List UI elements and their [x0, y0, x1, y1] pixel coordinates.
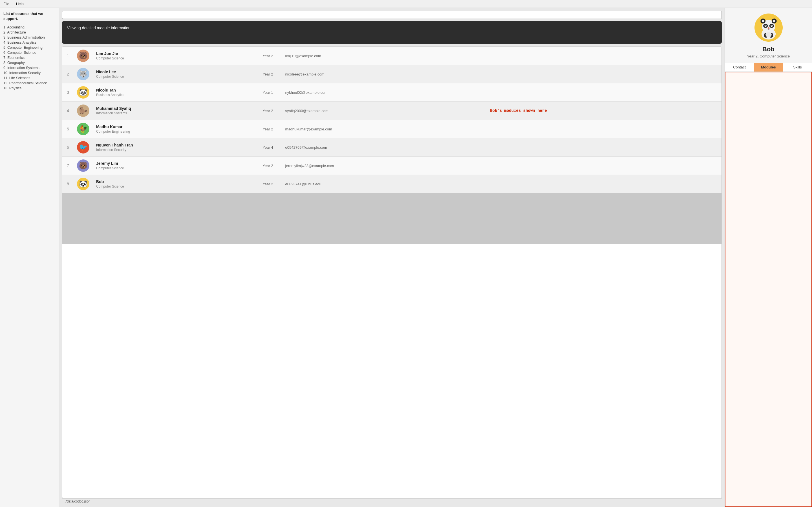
- svg-point-15: [765, 32, 772, 37]
- student-avatar-cell: 🐺: [73, 65, 93, 83]
- svg-point-5: [773, 20, 775, 22]
- panda-icon: [756, 15, 781, 40]
- table-row[interactable]: 1🐻Lim Jun JieComputer ScienceYear 2limjj…: [62, 47, 721, 65]
- student-course: Computer Science: [96, 75, 256, 78]
- student-email: syafiq2000@example.com: [282, 102, 487, 120]
- student-name: Lim Jun Jie: [96, 51, 256, 56]
- table-row[interactable]: 5🐓Madhu KumarComputer EngineeringYear 2m…: [62, 120, 721, 138]
- svg-point-10: [765, 25, 766, 26]
- sidebar-course-item[interactable]: 9. Information Systems: [3, 65, 56, 70]
- row-number: 2: [62, 65, 73, 83]
- annotation-cell: [487, 175, 721, 193]
- student-info-cell: Nicole LeeComputer Science: [93, 65, 259, 83]
- sidebar-course-item[interactable]: 2. Architecture: [3, 30, 56, 35]
- row-number: 7: [62, 157, 73, 175]
- student-info-cell: Lim Jun JieComputer Science: [93, 47, 259, 65]
- table-row[interactable]: 8🐼BobComputer ScienceYear 2e0823741@u.nu…: [62, 175, 721, 193]
- row-number: 4: [62, 102, 73, 120]
- table-row[interactable]: 6🐦Nguyen Thanh TranInformation SecurityY…: [62, 138, 721, 157]
- sidebar-course-item[interactable]: 1. Accounting: [3, 25, 56, 30]
- student-email: nykhoul02@example.com: [282, 83, 487, 102]
- table-row[interactable]: 7🐻Jeremy LimComputer ScienceYear 2jeremy…: [62, 157, 721, 175]
- student-avatar-cell: 🐼: [73, 83, 93, 102]
- student-avatar-cell: 🦫: [73, 102, 93, 120]
- course-list: 1. Accounting2. Architecture3. Business …: [3, 25, 56, 91]
- student-course: Information Systems: [96, 111, 256, 115]
- student-avatar-cell: 🐼: [73, 175, 93, 193]
- profile-tab-contact[interactable]: Contact: [725, 63, 754, 71]
- status-banner: Viewing detailed module information: [62, 21, 722, 44]
- student-course: Computer Engineering: [96, 129, 256, 133]
- student-info-cell: BobComputer Science: [93, 175, 259, 193]
- student-course: Computer Science: [96, 184, 256, 188]
- annotation-cell: Bob's modules shown here: [487, 102, 721, 120]
- avatar: 🦫: [77, 105, 89, 117]
- student-email: jeremylimjw23@example.com: [282, 157, 487, 175]
- profile-tabs: ContactModulesSkills: [725, 63, 812, 72]
- student-course: Information Security: [96, 148, 256, 152]
- profile-tab-modules[interactable]: Modules: [754, 63, 783, 71]
- sidebar-course-item[interactable]: 3. Business Administration: [3, 35, 56, 40]
- student-name: Bob: [96, 179, 256, 184]
- svg-point-11: [771, 25, 772, 26]
- filler-area: [62, 193, 721, 244]
- student-year: Year 2: [259, 102, 282, 120]
- profile-name: Bob: [762, 46, 774, 53]
- search-bar: [62, 11, 722, 19]
- table-row[interactable]: 4🦫Muhammad SyafiqInformation SystemsYear…: [62, 102, 721, 120]
- student-name: Nicole Lee: [96, 69, 256, 74]
- svg-point-4: [762, 20, 764, 22]
- sidebar-course-item[interactable]: 8. Geography: [3, 60, 56, 65]
- profile-tab-skills[interactable]: Skills: [783, 63, 812, 71]
- avatar: 🐦: [77, 141, 89, 154]
- student-email: e0542769@example.com: [282, 138, 487, 157]
- search-input[interactable]: [62, 11, 722, 19]
- sidebar-course-item[interactable]: 11. Life Sciences: [3, 75, 56, 80]
- sidebar-title: List of courses that we support.: [3, 11, 56, 21]
- sidebar-course-item[interactable]: 7. Economics: [3, 55, 56, 60]
- student-info-cell: Muhammad SyafiqInformation Systems: [93, 102, 259, 120]
- student-name: Jeremy Lim: [96, 161, 256, 166]
- student-name: Madhu Kumar: [96, 124, 256, 129]
- status-bar: ./data/codoc.json: [62, 498, 722, 504]
- avatar: 🐼: [77, 86, 89, 99]
- main-layout: List of courses that we support. 1. Acco…: [0, 8, 812, 507]
- profile-subtitle: Year 2, Computer Science: [747, 54, 790, 58]
- right-panel: Bob Year 2, Computer Science ContactModu…: [725, 8, 812, 507]
- student-info-cell: Nicole TanBusiness Analytics: [93, 83, 259, 102]
- menu-help[interactable]: Help: [15, 1, 25, 6]
- sidebar-course-item[interactable]: 6. Computer Science: [3, 50, 56, 55]
- sidebar-course-item[interactable]: 12. Pharmaceutical Science: [3, 80, 56, 86]
- avatar: 🐼: [77, 178, 89, 190]
- student-email: limjj10@example.com: [282, 47, 487, 65]
- student-avatar-cell: 🐻: [73, 157, 93, 175]
- student-course: Computer Science: [96, 56, 256, 60]
- avatar: 🐻: [77, 50, 89, 62]
- sidebar: List of courses that we support. 1. Acco…: [0, 8, 59, 507]
- student-avatar-cell: 🐓: [73, 120, 93, 138]
- sidebar-course-item[interactable]: 13. Physics: [3, 86, 56, 91]
- student-name: Nguyen Thanh Tran: [96, 143, 256, 147]
- student-email: nicoleee@example.com: [282, 65, 487, 83]
- table-row[interactable]: 2🐺Nicole LeeComputer ScienceYear 2nicole…: [62, 65, 721, 83]
- student-year: Year 2: [259, 65, 282, 83]
- student-info-cell: Madhu KumarComputer Engineering: [93, 120, 259, 138]
- row-number: 5: [62, 120, 73, 138]
- sidebar-course-item[interactable]: 10. Information Security: [3, 70, 56, 75]
- student-name: Muhammad Syafiq: [96, 106, 256, 111]
- student-info-cell: Jeremy LimComputer Science: [93, 157, 259, 175]
- annotation-cell: [487, 138, 721, 157]
- modules-content: [725, 72, 812, 507]
- student-email: e0823741@u.nus.edu: [282, 175, 487, 193]
- avatar: 🐓: [77, 123, 89, 135]
- sidebar-course-item[interactable]: 4. Business Analytics: [3, 40, 56, 45]
- annotation-cell: [487, 83, 721, 102]
- student-email: madhukumar@example.com: [282, 120, 487, 138]
- student-year: Year 2: [259, 175, 282, 193]
- student-avatar-cell: 🐦: [73, 138, 93, 157]
- avatar: 🐺: [77, 68, 89, 80]
- menu-file[interactable]: File: [2, 1, 10, 6]
- table-row[interactable]: 3🐼Nicole TanBusiness AnalyticsYear 1nykh…: [62, 83, 721, 102]
- sidebar-course-item[interactable]: 5. Computer Engineering: [3, 45, 56, 50]
- students-table-container: 1🐻Lim Jun JieComputer ScienceYear 2limjj…: [62, 47, 722, 498]
